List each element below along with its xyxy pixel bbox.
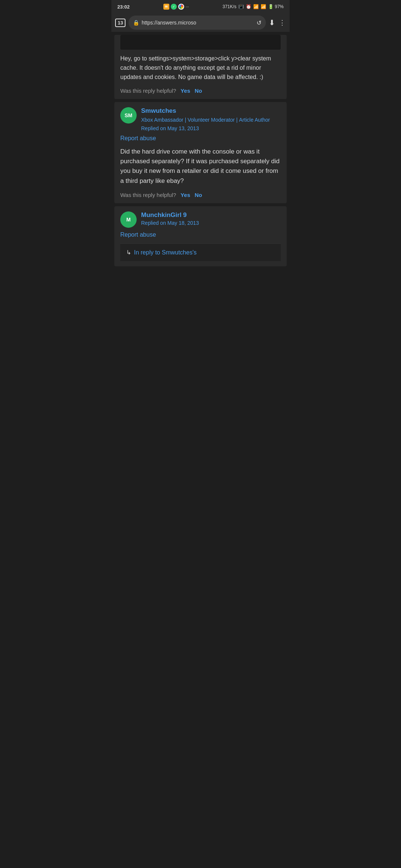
chrome-icon [178,4,184,10]
status-bar: 23:02 ✉ ✓ ··· 371K/s 📳 ⏰ 📶 📶 🔋 97% [111,0,290,13]
smwutches-replied-date: Replied on May 13, 2013 [141,125,281,131]
browser-bar: 13 🔒 https://answers.microso ↺ ⬇ ⋮ [111,13,290,32]
notification-icon-2: ✓ [171,4,177,10]
main-content: Hey, go to settings>system>storage>click… [111,35,290,266]
smwutches-report-abuse[interactable]: Report abuse [120,135,281,142]
battery-icon: 🔋 97% [268,4,284,9]
smwutches-avatar: SM [120,107,137,124]
refresh-icon[interactable]: ↺ [257,19,261,26]
lock-icon: 🔒 [133,20,139,26]
first-reply-card: Hey, go to settings>system>storage>click… [114,35,287,99]
smwutches-badges: Xbox Ambassador | Volunteer Moderator | … [141,116,281,124]
badge-sep-2: | [236,116,238,124]
address-bar[interactable]: 🔒 https://answers.microso ↺ [128,16,266,30]
status-notification-icons: ✉ ✓ ··· [163,4,189,10]
status-right-icons: 371K/s 📳 ⏰ 📶 📶 🔋 97% [222,4,284,9]
munchkingirl-reply-card: M MunchkinGirl 9 Replied on May 18, 2013… [114,206,287,266]
signal-icon: 📶 [253,4,259,9]
munchkingirl-meta: MunchkinGirl 9 Replied on May 18, 2013 [141,211,281,228]
first-helpful-label: Was this reply helpful? [120,88,176,94]
in-reply-row: ↳ In reply to Smwutches's [120,243,281,261]
badge-xbox-ambassador: Xbox Ambassador [141,116,183,124]
first-no-button[interactable]: No [195,88,202,94]
browser-action-buttons: ⬇ ⋮ [269,18,286,27]
smwutches-reply-body: Did the hard drive come with the console… [120,147,281,186]
wifi-icon: 📶 [261,4,266,9]
badge-article-author: Article Author [239,116,270,124]
download-icon[interactable]: ⬇ [269,18,275,27]
vibrate-icon: 📳 [238,4,244,9]
more-options-icon[interactable]: ⋮ [279,19,286,27]
status-time: 23:02 [117,4,130,10]
munchkingirl-header: M MunchkinGirl 9 Replied on May 18, 2013 [120,211,281,228]
in-reply-to-text[interactable]: In reply to Smwutches's [134,249,196,256]
alarm-icon: ⏰ [246,4,251,9]
smwutches-username[interactable]: Smwutches [141,107,281,115]
smwutches-helpful-row: Was this reply helpful? Yes No [120,192,281,198]
badge-sep-1: | [185,116,186,124]
url-text: https://answers.microso [141,20,254,26]
smwutches-no-button[interactable]: No [195,192,202,198]
munchkingirl-report-abuse[interactable]: Report abuse [120,231,281,238]
munchkingirl-avatar: M [120,211,137,228]
smwutches-yes-button[interactable]: Yes [180,192,190,198]
notification-icon-1: ✉ [163,4,169,10]
network-speed: 371K/s [222,4,236,9]
dots-icon: ··· [186,4,189,9]
munchkingirl-username[interactable]: MunchkinGirl 9 [141,211,281,219]
smwutches-meta: Smwutches Xbox Ambassador | Volunteer Mo… [141,107,281,131]
smwutches-header: SM Smwutches Xbox Ambassador | Volunteer… [120,107,281,131]
tab-counter[interactable]: 13 [115,19,125,27]
first-reply-text: Hey, go to settings>system>storage>click… [120,54,281,82]
partial-image [120,35,281,50]
badge-volunteer-moderator: Volunteer Moderator [188,116,235,124]
in-reply-arrow-icon: ↳ [126,249,131,256]
first-yes-button[interactable]: Yes [180,88,190,94]
smwutches-reply-card: SM Smwutches Xbox Ambassador | Volunteer… [114,102,287,203]
first-helpful-row: Was this reply helpful? Yes No [120,88,281,94]
munchkingirl-replied-date: Replied on May 18, 2013 [141,220,281,226]
smwutches-helpful-label: Was this reply helpful? [120,192,176,198]
